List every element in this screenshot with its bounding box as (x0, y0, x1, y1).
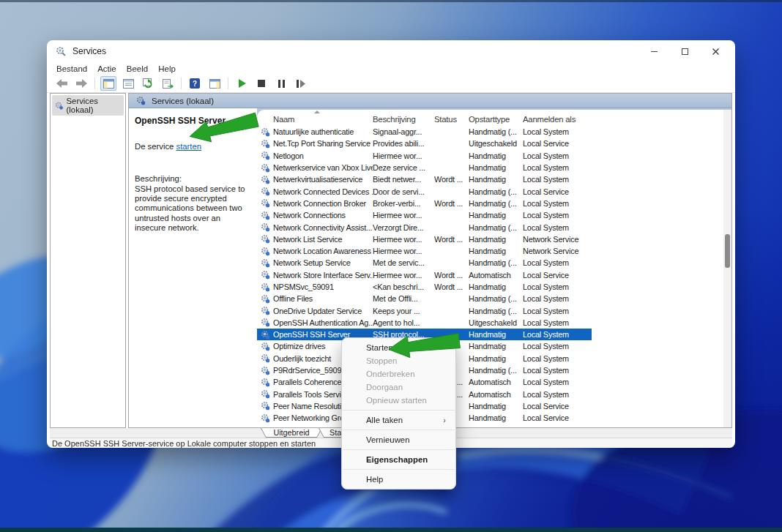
service-row[interactable]: Network Store Interface Serv...Hiermee w… (257, 269, 592, 281)
menu-help[interactable]: Help (158, 64, 176, 73)
restart-service-button[interactable] (293, 76, 309, 91)
service-icon-cell (257, 318, 273, 327)
cell-logon: Local Service (523, 413, 589, 422)
cell-startup: Handmatig (... (469, 187, 523, 196)
maximize-button[interactable] (669, 41, 700, 61)
cell-logon: Local Service (523, 402, 589, 411)
service-row[interactable]: Natuurlijke authenticatieSignaal-aggr...… (257, 126, 592, 138)
tree-item-services-local[interactable]: Services (lokaal) (52, 95, 124, 116)
context-menu-item-onderbreken[interactable]: Onderbreken (342, 367, 455, 381)
context-menu-item-vernieuwen[interactable]: Vernieuwen (342, 433, 455, 446)
service-row[interactable]: Network ConnectionsHiermee wor...Handmat… (257, 209, 592, 221)
status-bar-text: De OpenSSH SSH Server-service op Lokale … (52, 439, 316, 448)
service-icon-cell (257, 270, 273, 280)
service-gear-icon (261, 378, 270, 387)
start-service-link[interactable]: starten (176, 142, 202, 151)
cell-logon: Local System (523, 318, 589, 327)
properties-icon (123, 79, 134, 89)
cell-logon: Local System (523, 199, 589, 208)
cell-logon: Local System (523, 151, 589, 160)
menu-bestand[interactable]: Bestand (56, 64, 87, 73)
tab-label: Uitgebreid (261, 428, 321, 437)
service-row[interactable]: Network Location AwarenessHiermee wor...… (257, 245, 592, 257)
menu-beeld[interactable]: Beeld (127, 64, 148, 73)
forward-button[interactable] (73, 76, 89, 91)
cell-desc: Hiermee wor... (373, 247, 434, 255)
service-gear-icon (261, 401, 270, 411)
cell-desc: Door de servi... (373, 187, 434, 196)
cell-startup: Handmatig (... (469, 223, 523, 232)
context-menu-item-eigenschappen[interactable]: Eigenschappen (342, 453, 455, 466)
service-row[interactable]: NetlogonHiermee wor...HandmatigLocal Sys… (257, 150, 592, 162)
export-list-icon (163, 79, 174, 89)
sort-ascending-icon (314, 110, 320, 114)
menu-separator (343, 449, 455, 450)
restart-service-icon (297, 80, 305, 88)
extended-view-pane: OpenSSH SSH Server De service starten Be… (129, 108, 257, 427)
context-menu-item-alle-taken[interactable]: Alle taken› (342, 413, 455, 427)
selected-service-title: OpenSSH SSH Server (135, 116, 251, 126)
service-gear-icon (261, 175, 270, 184)
service-icon-cell (257, 127, 273, 137)
cell-name: Offline Files (273, 294, 373, 303)
help-icon: ? (190, 78, 200, 89)
service-row[interactable]: OneDrive Updater ServiceKeeps your ...Ha… (257, 304, 592, 316)
help-button[interactable]: ? (187, 76, 203, 91)
service-row[interactable]: NetwerkvirtualisatieserviceBiedt netwer.… (257, 173, 592, 185)
service-row[interactable]: OpenSSH Authentication Ag...Agent to hol… (257, 317, 592, 329)
close-button[interactable] (700, 41, 731, 61)
menu-actie[interactable]: Actie (97, 64, 116, 73)
stop-service-button[interactable] (253, 76, 269, 91)
column-header-logon[interactable]: Aanmelden als (523, 115, 589, 124)
service-icon-cell (257, 151, 273, 160)
properties-button[interactable] (120, 76, 136, 91)
tab-uitgebreid[interactable]: Uitgebreid (261, 428, 322, 438)
column-header-desc[interactable]: Beschrijving (373, 115, 434, 124)
cell-desc: Keeps your ... (373, 307, 434, 315)
service-row[interactable]: Netwerkservice van Xbox LiveDeze service… (257, 162, 592, 173)
service-row[interactable]: Network Connected Devices ...Door de ser… (257, 185, 592, 197)
column-header-status[interactable]: Status (434, 115, 469, 124)
back-button[interactable] (53, 76, 70, 91)
minimize-button[interactable] (638, 41, 669, 61)
cell-name: Network Setup Service (273, 258, 373, 267)
service-row[interactable]: Offline FilesMet de Offli...Handmatig (.… (257, 293, 592, 304)
context-menu-item-opnieuw-starten[interactable]: Opnieuw starten (342, 394, 455, 407)
service-row[interactable]: Net.Tcp Port Sharing ServiceProvides abi… (257, 138, 592, 149)
action-pane-icon (209, 79, 220, 89)
context-menu-item-doorgaan[interactable]: Doorgaan (342, 381, 455, 394)
start-service-button[interactable] (234, 76, 250, 91)
context-menu-item-starten[interactable]: Starten (342, 341, 455, 354)
export-list-button[interactable] (160, 76, 176, 91)
context-menu-item-stoppen[interactable]: Stoppen (342, 354, 455, 367)
menu-separator (343, 430, 455, 430)
cell-desc: Hiermee wor... (373, 151, 434, 160)
service-gear-icon (261, 389, 270, 399)
cell-startup: Handmatig (... (469, 294, 523, 303)
refresh-button[interactable] (140, 76, 156, 91)
service-gear-icon (261, 211, 270, 220)
pause-service-button[interactable] (273, 76, 289, 91)
cell-logon: Local System (523, 342, 589, 351)
service-row[interactable]: NPSMSvc_59091<Kan beschri...Wordt ...Han… (257, 281, 592, 293)
service-gear-icon (261, 222, 270, 232)
cell-logon: Local System (523, 354, 589, 363)
context-menu-item-help[interactable]: Help (342, 473, 455, 486)
scrollbar-thumb[interactable] (725, 234, 730, 268)
service-row[interactable]: Network Setup ServiceMet de servic...Han… (257, 257, 592, 269)
service-icon-cell (257, 413, 273, 423)
column-header-name[interactable]: Naam (273, 115, 373, 124)
list-scrollbar[interactable] (723, 110, 731, 427)
service-gear-icon (261, 270, 270, 280)
toolbar-separator (228, 78, 228, 89)
panel-header-label: Services (lokaal) (152, 97, 214, 105)
console-tree-toggle-button[interactable] (100, 76, 116, 91)
menu-bar: BestandActieBeeldHelp (47, 62, 735, 75)
service-row[interactable]: Network Connection BrokerBroker-verbi...… (257, 198, 592, 209)
service-row[interactable]: Network List ServiceHiermee wor...Wordt … (257, 233, 592, 245)
cell-desc: Deze service ... (373, 163, 434, 172)
column-header-startup[interactable]: Opstarttype (469, 115, 523, 124)
action-pane-toggle-button[interactable] (206, 76, 223, 91)
panel-header: Services (lokaal) (129, 94, 731, 108)
service-row[interactable]: Network Connectivity Assist...Verzorgt D… (257, 221, 592, 233)
